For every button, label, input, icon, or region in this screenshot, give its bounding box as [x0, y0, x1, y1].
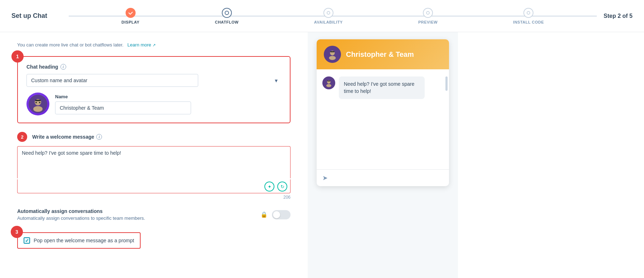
chat-preview-body: Need help? I've got some spare time to h…: [317, 69, 449, 169]
lock-icon: 🔒: [260, 211, 268, 218]
left-panel: You can create more live chat or bot cha…: [0, 32, 308, 278]
step-install-code[interactable]: INSTALL CODE: [513, 8, 544, 24]
auto-assign-section: Automatically assign conversations Autom…: [17, 208, 291, 221]
svg-point-12: [326, 84, 331, 87]
chevron-down-icon: ▾: [275, 77, 278, 84]
chat-heading-label: Chat heading i: [26, 64, 281, 70]
avatar: [26, 93, 49, 115]
main-layout: You can create more live chat or bot cha…: [0, 32, 644, 278]
step-badge-1: 1: [11, 50, 24, 63]
chat-msg-avatar: [322, 76, 335, 89]
step-preview[interactable]: PREVIEW: [418, 8, 438, 24]
step-label-preview: PREVIEW: [418, 20, 438, 24]
sparkle-icon: ✦: [268, 184, 272, 189]
auto-assign-row: Automatically assign conversations Autom…: [17, 208, 291, 221]
welcome-message-info-icon[interactable]: i: [96, 134, 102, 140]
svg-point-8: [329, 56, 336, 60]
steps-list: DISPLAY CHATFLOW AVAILABILITY: [122, 8, 544, 24]
step-chatflow[interactable]: CHATFLOW: [215, 8, 239, 24]
chat-heading-dropdown-wrapper: Custom name and avatarAgent name and ava…: [26, 74, 281, 87]
info-banner-text: You can create more live chat or bot cha…: [17, 42, 123, 48]
page-title: Set up Chat: [11, 12, 69, 20]
refresh-icon: ↻: [280, 184, 284, 189]
svg-point-2: [33, 106, 43, 112]
pop-open-wrapper: 3 ✓ Pop open the welcome message as a pr…: [17, 232, 141, 249]
step-counter: Step 2 of 5: [597, 13, 633, 19]
chat-preview-name: Christopher & Team: [346, 50, 414, 59]
check-icon: ✓: [25, 238, 29, 243]
progress-steps: DISPLAY CHATFLOW AVAILABILITY: [69, 8, 597, 24]
step-circle-display: [126, 8, 136, 18]
right-panel: Christopher & Team Need help? I've got s…: [308, 32, 458, 278]
svg-point-4: [35, 102, 37, 103]
svg-rect-9: [330, 51, 335, 52]
pop-open-section: ✓ Pop open the welcome message as a prom…: [17, 232, 141, 249]
chat-footer: ➤: [317, 169, 449, 186]
chat-heading-section: 1 Chat heading i Custom name and avatarA…: [17, 56, 291, 123]
top-bar: Set up Chat DISPLAY CHATFLOW: [0, 0, 644, 32]
welcome-message-textarea[interactable]: Need help? I've got some spare time to h…: [17, 146, 291, 178]
step-badge-3: 3: [11, 226, 23, 238]
step-badge-2: 2: [17, 132, 27, 142]
welcome-message-label: 2 Write a welcome message i: [17, 132, 291, 142]
refresh-icon-btn[interactable]: ↻: [277, 182, 287, 192]
step-label-availability: AVAILABILITY: [314, 20, 343, 24]
avatar-name-row: Name: [26, 93, 281, 115]
step-label-chatflow: CHATFLOW: [215, 20, 239, 24]
chat-header-avatar: [324, 46, 341, 63]
toggle-knob: [273, 211, 280, 218]
chat-heading-dropdown[interactable]: Custom name and avatarAgent name and ava…: [26, 74, 198, 87]
chat-heading-info-icon[interactable]: i: [60, 64, 66, 70]
pop-open-checkbox[interactable]: ✓: [24, 237, 30, 244]
info-banner: You can create more live chat or bot cha…: [17, 42, 291, 48]
step-availability[interactable]: AVAILABILITY: [314, 8, 343, 24]
textarea-toolbar: ✦ ↻: [17, 179, 291, 193]
svg-rect-3: [35, 100, 41, 101]
svg-point-5: [39, 102, 40, 103]
step-circle-preview: [423, 8, 433, 18]
auto-assign-text: Automatically assign conversations Autom…: [17, 208, 256, 221]
chat-scrollbar[interactable]: [445, 69, 448, 169]
step-circle-install: [523, 8, 533, 18]
pop-open-label: Pop open the welcome message as a prompt: [34, 238, 134, 243]
step-circle-availability: [323, 8, 333, 18]
chat-scroll-thumb: [445, 76, 448, 91]
sparkle-icon-btn[interactable]: ✦: [264, 182, 274, 192]
step-label-display: DISPLAY: [122, 20, 140, 24]
chat-preview: Christopher & Team Need help? I've got s…: [317, 39, 449, 186]
chat-name-input[interactable]: [55, 101, 191, 114]
welcome-message-section: 2 Write a welcome message i Need help? I…: [17, 132, 291, 200]
chat-message-row: Need help? I've got some spare time to h…: [322, 76, 443, 99]
auto-assign-title: Automatically assign conversations: [17, 208, 256, 214]
auto-assign-desc: Automatically assign conversations to sp…: [17, 215, 160, 221]
auto-assign-toggle[interactable]: [272, 210, 291, 219]
step-label-install: INSTALL CODE: [513, 20, 544, 24]
external-link-icon: ↗: [152, 43, 156, 47]
send-icon[interactable]: ➤: [322, 174, 328, 182]
step-display[interactable]: DISPLAY: [122, 8, 140, 24]
chat-preview-header: Christopher & Team: [317, 39, 449, 69]
char-count: 206: [17, 195, 291, 200]
learn-more-link[interactable]: Learn more ↗: [126, 42, 156, 48]
name-field-label: Name: [55, 94, 281, 99]
step-circle-chatflow: [222, 8, 232, 18]
svg-rect-13: [327, 81, 331, 81]
chat-bubble: Need help? I've got some spare time to h…: [339, 76, 425, 99]
name-field-wrapper: Name: [55, 94, 281, 114]
